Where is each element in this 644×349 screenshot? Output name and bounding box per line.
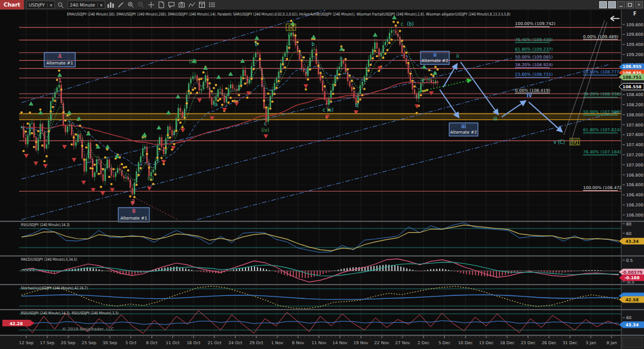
fib-label: 23.60% (108.731) <box>515 72 553 77</box>
panel-separator[interactable] <box>0 221 644 222</box>
macd-histogram-bar <box>329 271 330 272</box>
macd-histogram-bar <box>269 270 270 271</box>
candle <box>326 100 327 104</box>
chart-style-icon[interactable] <box>106 1 115 9</box>
macd-tick-label: 0.5 <box>626 258 633 263</box>
sar-dot <box>127 169 130 172</box>
price-tick-label: 108.200 <box>626 103 643 107</box>
macd-histogram-bar <box>173 267 174 271</box>
sar-dot <box>157 156 159 159</box>
sar-dot <box>242 77 244 79</box>
price-badge-value: 42.58 <box>625 298 639 302</box>
sar-dot <box>188 90 190 92</box>
macd-histogram-bar <box>418 271 419 271</box>
macd-histogram-bar <box>529 270 530 271</box>
candle <box>144 147 145 149</box>
alternate-count-box[interactable]: BAlternate #1 <box>118 208 149 222</box>
sar-dot <box>194 87 197 89</box>
macd-histogram-bar <box>230 270 231 271</box>
alternate-count-box[interactable]: iiiAlternate #2 <box>449 123 478 136</box>
panel-separator[interactable] <box>0 335 644 336</box>
sar-dot <box>269 107 272 110</box>
stochastics-panel-label[interactable]: Stochastics(USDJPY (240 Minute),42,16,7) <box>21 286 88 291</box>
zoom-out-icon[interactable] <box>137 1 146 9</box>
sar-dot <box>39 109 42 111</box>
sar-dot <box>240 85 243 87</box>
ninjatrader-chart-window: 100.00% (109.742)76.40% (109.430)61.80% … <box>0 0 644 349</box>
pane-button[interactable] <box>599 1 607 8</box>
zoom-in-icon[interactable] <box>127 1 136 9</box>
macd-histogram-bar <box>99 270 100 271</box>
sar-dot <box>175 129 177 132</box>
candle <box>315 49 317 64</box>
macd-histogram-bar <box>448 270 449 271</box>
alternate-count-box[interactable]: AAlternate #1 <box>44 52 75 67</box>
sar-dot <box>437 69 439 71</box>
chart-canvas[interactable]: 100.00% (109.742)76.40% (109.430)61.80% … <box>0 0 644 349</box>
tab-chart[interactable]: Chart <box>0 0 24 10</box>
candle <box>109 159 110 168</box>
instrument-selector[interactable]: USDJPY ▼ <box>26 1 55 9</box>
sar-dot <box>280 70 282 73</box>
sar-dot <box>37 130 39 132</box>
time-tick-label: 31 Dec <box>563 341 578 345</box>
sar-dot <box>152 183 155 185</box>
rsi2-panel-label[interactable]: RSI(USDJPY (240 Minute),14,3), RSI(USDJP… <box>21 311 118 316</box>
candle <box>161 137 162 147</box>
candle <box>259 54 260 68</box>
time-tick-label: 19 Nov <box>354 341 369 345</box>
time-tick-label: 24 Oct <box>228 341 242 345</box>
macd-histogram-bar <box>475 271 476 275</box>
scroll-grip[interactable] <box>622 337 643 348</box>
candle <box>244 70 246 76</box>
interval-selector[interactable]: 240 Minute ▼ <box>68 1 105 9</box>
macd-histogram-bar <box>565 271 566 273</box>
macd-panel-label[interactable]: MACD(USDJPY (240 Minute),5,34,5) <box>21 257 77 262</box>
sar-dot <box>161 157 163 159</box>
macd-histogram-bar <box>469 271 470 274</box>
panel-separator[interactable] <box>0 284 644 285</box>
sar-dot <box>133 196 136 198</box>
candle <box>180 108 181 112</box>
fib-label: 50.00% (107.980) <box>583 110 621 115</box>
alert-icon[interactable] <box>167 1 176 9</box>
price-tick-label: 107.200 <box>626 153 643 157</box>
crosshair-icon[interactable] <box>147 1 156 9</box>
candle <box>253 57 254 66</box>
candle <box>127 177 128 180</box>
wave-label: [ii] <box>572 140 578 145</box>
wave-label: b <box>355 103 358 108</box>
search-icon[interactable] <box>56 1 65 9</box>
zigzag-icon[interactable] <box>188 1 197 9</box>
macd-histogram-bar <box>582 270 584 271</box>
sar-dot <box>330 100 332 103</box>
drawing-tools-icon[interactable] <box>116 1 125 9</box>
sar-dot <box>416 112 418 115</box>
snapshot-icon[interactable] <box>177 1 186 9</box>
panel-separator[interactable] <box>0 309 644 310</box>
fib-label: 0.00% (109.489) <box>583 35 618 39</box>
layout-icon[interactable] <box>198 1 207 9</box>
panel-separator[interactable] <box>0 255 644 257</box>
close-button[interactable]: × <box>635 1 643 8</box>
fib-label: 23.60% (108.777) <box>583 70 621 75</box>
minimize-button[interactable] <box>617 1 625 8</box>
properties-icon[interactable] <box>208 1 217 9</box>
candle <box>171 130 173 135</box>
sar-dot <box>244 82 247 85</box>
sar-dot <box>309 69 311 71</box>
candle <box>222 89 223 95</box>
macd-histogram-bar <box>508 271 509 274</box>
alternate-count-box[interactable]: iiAlternate #2 <box>421 51 449 64</box>
macd-histogram-bar <box>108 271 109 271</box>
new-window-icon[interactable] <box>157 1 166 9</box>
candle <box>211 98 212 105</box>
macd-histogram-bar <box>403 267 404 271</box>
price-panel-indicators-label[interactable]: EMA(USDJPY (240 Minute),50), EMA(USDJPY … <box>67 12 510 17</box>
rsi-panel-label[interactable]: RSI(USDJPY (240 Minute),14,3) <box>21 223 70 227</box>
sar-dot <box>250 78 253 80</box>
candle <box>123 176 124 178</box>
pane-button[interactable] <box>608 1 616 8</box>
candle <box>56 88 57 92</box>
restore-button[interactable] <box>626 1 634 8</box>
